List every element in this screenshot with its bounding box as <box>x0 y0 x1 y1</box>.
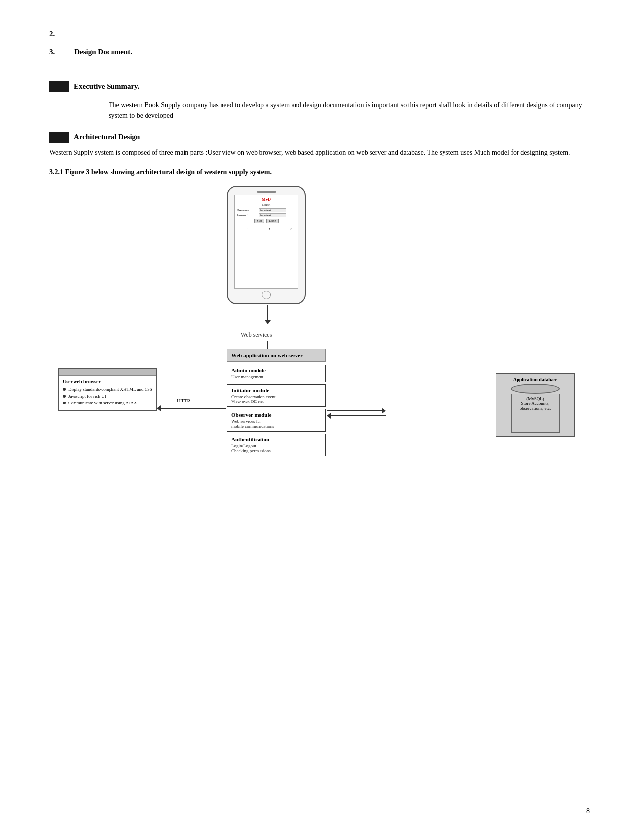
admin-module-title: Admin module <box>231 367 321 373</box>
exec-summary-heading: Executive Summary. <box>49 81 590 92</box>
db-border: Application database (MySQL) Store Accou… <box>496 373 575 437</box>
arch-design-bar <box>49 132 69 143</box>
phone-bottom-nav: ← ▼ ○ <box>237 225 301 232</box>
browser-item-3-text: Communicate with server using AJAX <box>68 401 137 405</box>
browser-title: User web browser <box>63 379 152 384</box>
arrow-phone-to-webservices <box>265 305 271 324</box>
arrow-return-line <box>331 415 386 416</box>
browser-item-1-text: Display standards-compliant XHTML and CS… <box>68 387 152 392</box>
phone-speaker <box>257 191 276 193</box>
web-app-box: Web application on web server <box>227 349 326 362</box>
arrow-head-1 <box>265 320 271 324</box>
item-2: 2. <box>49 30 590 38</box>
arch-design-title: Architectural Design <box>74 133 140 141</box>
http-line <box>161 408 226 409</box>
db-cylinder-body: (MySQL) Store Accounts, observations, et… <box>511 394 560 433</box>
browser-item-3: Communicate with server using AJAX <box>63 401 152 405</box>
observer-module-title: Observer module <box>231 412 321 418</box>
browser-item-2-text: Javascript for rich UI <box>68 394 106 399</box>
phone-buttons: Skip Login <box>237 219 296 223</box>
phone-home-button[interactable] <box>262 291 271 299</box>
arrow-db-to-webapp <box>327 413 386 419</box>
item3-title: Design Document. <box>74 48 132 56</box>
admin-module-box: Admin module User management <box>227 365 326 382</box>
web-app-label: Web application on web server <box>231 352 303 358</box>
bullet-3 <box>63 402 66 404</box>
web-services-label: Web services <box>241 331 272 339</box>
phone-nav2: ▼ <box>268 227 271 231</box>
auth-module-title: Authentification <box>231 437 321 442</box>
admin-module-desc: User management <box>231 374 321 379</box>
arrow-line-1 <box>267 305 268 320</box>
browser-content: User web browser Display standards-compl… <box>59 376 156 410</box>
phone-username-input: inputtext <box>259 208 286 212</box>
phone-username-label: Username: <box>237 209 259 212</box>
arch-design-body: Western Supply system is composed of thr… <box>49 147 590 158</box>
http-label: HTTP <box>177 398 190 403</box>
db-desc: (MySQL) Store Accounts, observations, et… <box>512 394 559 413</box>
browser-titlebar <box>59 369 156 376</box>
db-cylinder-top <box>511 384 560 394</box>
browser-item-1: Display standards-compliant XHTML and CS… <box>63 387 152 392</box>
bullet-2 <box>63 395 66 398</box>
auth-module-box: Authentification Login/Logout Checking p… <box>227 434 326 456</box>
phone-password-field: Password: inputtext <box>237 213 296 217</box>
item3-number: 3. <box>49 48 55 56</box>
phone-device: M●D Login Username: inputtext Password: … <box>227 186 306 304</box>
phone-password-input: inputtext <box>259 213 286 217</box>
initiator-module-box: Initiator module Create observation even… <box>227 384 326 407</box>
db-title: Application database <box>499 377 571 382</box>
arrow-right-line <box>327 410 382 411</box>
phone-logo: M●D <box>237 197 296 202</box>
browser-item-2: Javascript for rich UI <box>63 394 152 399</box>
phone-screen: M●D Login Username: inputtext Password: … <box>234 195 298 289</box>
phone-login-btn[interactable]: Login <box>266 219 278 223</box>
exec-summary-title: Executive Summary. <box>74 82 140 91</box>
http-arrow: HTTP <box>157 405 226 411</box>
exec-summary-body: The western Book Supply company has need… <box>109 100 590 122</box>
phone-nav3: ○ <box>290 227 292 231</box>
phone-password-label: Password: <box>237 214 259 217</box>
arrow-left-head <box>157 405 161 411</box>
user-browser-box: User web browser Display standards-compl… <box>58 368 157 411</box>
exec-summary-bar <box>49 81 69 92</box>
arrow-left-head2 <box>327 413 331 419</box>
item-3-heading: 3. Design Document. <box>49 48 590 56</box>
auth-module-desc: Login/Logout Checking permissions <box>231 443 321 453</box>
item2-label: 2. <box>49 30 55 37</box>
initiator-module-desc: Create observation event View own OE etc… <box>231 394 321 404</box>
phone-username-field: Username: inputtext <box>237 208 296 212</box>
observer-module-box: Observer module Web services for mobile … <box>227 409 326 432</box>
modules-stack: Admin module User management Initiator m… <box>227 365 326 458</box>
phone-skip-btn[interactable]: Skip <box>254 219 264 223</box>
application-database: Application database (MySQL) Store Accou… <box>496 373 575 437</box>
figure-title: 3.2.1 Figure 3 below showing architectur… <box>49 168 590 176</box>
phone-login-title: Login <box>237 203 296 207</box>
diagram-area: M●D Login Username: inputtext Password: … <box>49 186 590 521</box>
observer-module-desc: Web services for mobile communications <box>231 419 321 429</box>
page-number: 8 <box>586 807 590 815</box>
initiator-module-title: Initiator module <box>231 387 321 393</box>
arch-design-heading: Architectural Design <box>49 132 590 143</box>
bullet-1 <box>63 388 66 391</box>
page: 2. 3. Design Document. Executive Summary… <box>0 0 629 840</box>
phone-nav1: ← <box>246 227 250 231</box>
